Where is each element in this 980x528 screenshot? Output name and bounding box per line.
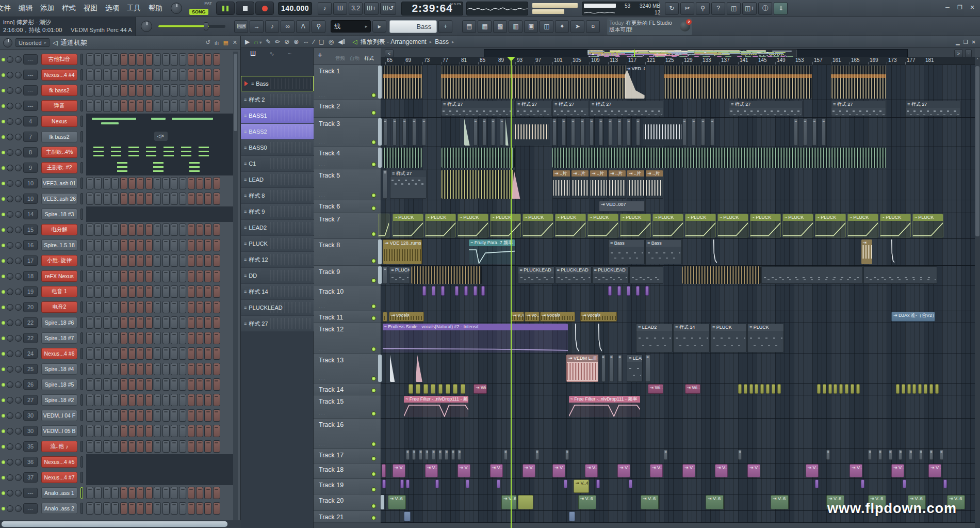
clip-pulse[interactable]: [432, 286, 435, 296]
step-cell[interactable]: [94, 378, 102, 391]
step-cell[interactable]: [103, 440, 110, 453]
channel-selector[interactable]: [80, 193, 83, 204]
track-lane[interactable]: [381, 419, 975, 449]
volume-knob[interactable]: [15, 103, 22, 109]
step-cell[interactable]: [86, 270, 93, 282]
step-cell[interactable]: [179, 394, 186, 406]
channel-preview-empty[interactable]: [86, 454, 234, 470]
clip-mini[interactable]: ≡: [571, 118, 575, 146]
step-cell[interactable]: [137, 254, 144, 267]
select-icon[interactable]: ▢: [318, 38, 324, 45]
channel-display[interactable]: ---: [23, 503, 38, 514]
channel-button[interactable]: 弹音: [41, 100, 77, 111]
channel-display[interactable]: 22: [23, 333, 38, 343]
pat-label[interactable]: PAT: [204, 1, 212, 6]
clip-gclip[interactable]: ⇥ VED..007: [599, 201, 645, 212]
clip-v6[interactable]: ⇥ V..6: [501, 495, 517, 509]
clip-fadeg[interactable]: [464, 118, 472, 146]
clip-gchip[interactable]: ≡: [438, 450, 442, 460]
clip-mini[interactable]: ≡: [500, 118, 504, 146]
step-cell[interactable]: [162, 239, 170, 251]
mixer-icon[interactable]: ▥: [509, 20, 522, 33]
track-header[interactable]: Track 5···: [314, 169, 381, 200]
metronome-icon[interactable]: Λ: [296, 20, 310, 33]
clip-v9[interactable]: ⇥ V..9: [682, 464, 695, 477]
step-cell[interactable]: [145, 270, 153, 282]
clip-afree[interactable]: ~ Free Filter -..nlvDrop111 - 频率: [404, 396, 468, 417]
step-cell[interactable]: [213, 223, 220, 236]
channel-selector[interactable]: [80, 131, 83, 142]
clip-gchip[interactable]: ≡: [432, 450, 435, 460]
step-cell[interactable]: [196, 223, 203, 236]
clip-v9[interactable]: ⇥ V..9: [458, 464, 470, 477]
channel-preview-stack[interactable]: [86, 145, 234, 160]
step-cell[interactable]: [145, 440, 153, 453]
clip-slice[interactable]: ⇥ ..片: [552, 170, 570, 199]
pan-knob[interactable]: [7, 350, 13, 357]
clip-ochip[interactable]: [738, 384, 742, 394]
step-cell[interactable]: [86, 502, 93, 515]
pan-knob[interactable]: [7, 196, 13, 202]
clip-mini[interactable]: ≡: [636, 118, 640, 146]
step-cell[interactable]: [103, 84, 110, 97]
pattern-item[interactable]: ≡样式 12: [241, 252, 314, 267]
step-cell[interactable]: [179, 53, 186, 66]
pattern-item[interactable]: ≡样式 8: [241, 188, 314, 203]
add-track-button[interactable]: +: [318, 50, 322, 59]
track-header[interactable]: Track 1···: [314, 65, 381, 100]
channel-display[interactable]: 36: [23, 457, 38, 467]
step-cell[interactable]: [137, 301, 144, 313]
track-lane[interactable]: ≡≡ PLUCKLEAD≡ PLUCKLEAD≡ PLUCKLEAD≡ PLUC…: [381, 266, 975, 285]
step-cell[interactable]: [128, 394, 136, 406]
oscilloscope[interactable]: [466, 2, 528, 15]
track-header[interactable]: Track 20: [314, 494, 381, 511]
step-cell[interactable]: [154, 425, 161, 437]
clip-gstripe[interactable]: [831, 148, 886, 168]
step-cell[interactable]: [120, 223, 127, 236]
clip-npat[interactable]: ≡ PLUCKLEAD: [389, 266, 410, 284]
clip-v9[interactable]: ⇥ V..9: [806, 464, 819, 477]
step-cell[interactable]: [111, 363, 119, 375]
step-cell[interactable]: [196, 270, 203, 282]
step-cell[interactable]: [103, 193, 110, 205]
channel-selector[interactable]: [80, 317, 83, 328]
step-cell[interactable]: [154, 285, 161, 298]
clip-gstripe[interactable]: [383, 148, 422, 168]
pattern-item[interactable]: ≡BASS1: [241, 108, 314, 123]
channel-rack-hscrollbar[interactable]: [0, 520, 241, 528]
clip-tanstripe[interactable]: [682, 266, 761, 284]
volume-knob[interactable]: [15, 258, 22, 264]
channel-selector[interactable]: [80, 270, 83, 282]
track-header[interactable]: Track 14: [314, 383, 381, 395]
step-cell[interactable]: [137, 394, 144, 406]
channel-button[interactable]: Nexus: [41, 116, 77, 127]
step-cell[interactable]: [162, 254, 170, 267]
clip-v9[interactable]: ⇥ V..9: [522, 464, 535, 477]
clip-gstripe[interactable]: [682, 148, 756, 168]
step-cell[interactable]: [213, 100, 220, 112]
clip-apluck[interactable]: ~ PLUCK: [717, 214, 748, 237]
clip-gchip[interactable]: ≡: [419, 450, 422, 460]
clip-pulse[interactable]: [441, 286, 445, 296]
channel-rack-scrollbar[interactable]: [233, 52, 238, 526]
track-header[interactable]: Track 11: [314, 311, 381, 323]
channel-button[interactable]: Nexus...4 #5: [41, 456, 77, 468]
step-cell[interactable]: [120, 425, 127, 437]
pan-knob[interactable]: [7, 134, 13, 140]
clip-fadew[interactable]: [390, 355, 397, 382]
track-header[interactable]: Track 17: [314, 449, 381, 463]
step-cell[interactable]: [204, 316, 211, 329]
channel-led[interactable]: [2, 445, 5, 449]
step-cell[interactable]: [111, 409, 119, 422]
step-cell[interactable]: [111, 53, 119, 66]
channel-selector[interactable]: [80, 363, 83, 375]
step-cell[interactable]: [154, 332, 161, 344]
step-cell[interactable]: [154, 53, 161, 66]
track-header[interactable]: Track 16···: [314, 419, 381, 449]
step-cell[interactable]: [111, 502, 119, 515]
channel-selector[interactable]: [80, 456, 83, 468]
pan-knob[interactable]: [7, 149, 13, 156]
channel-preview-empty[interactable]: [86, 470, 234, 485]
pan-knob[interactable]: [7, 273, 13, 280]
slip-icon[interactable]: ⇔: [303, 38, 309, 45]
